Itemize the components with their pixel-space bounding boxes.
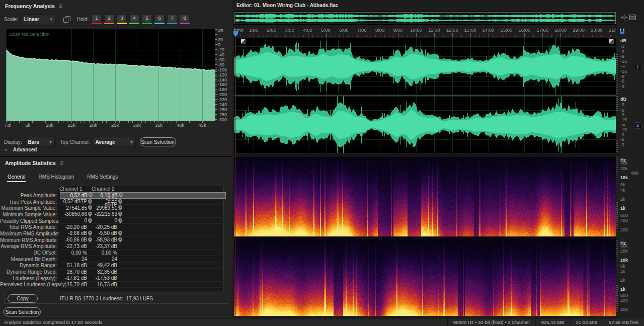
tab-rms-histogram[interactable]: RMS Histogram	[38, 173, 75, 182]
ruler-time-label: 1:00	[246, 27, 262, 33]
tab-general[interactable]: General	[7, 173, 26, 182]
copy-button[interactable]: Copy	[8, 294, 38, 303]
scan-selection-button[interactable]: Scan Selection	[140, 137, 176, 146]
advanced-toggle[interactable]: › Advanced	[5, 146, 37, 152]
hold-button-number: 1	[92, 14, 102, 22]
pin-spacer	[117, 250, 123, 256]
stats-row[interactable]: Possibly Clipped Samples:00	[0, 218, 229, 224]
selection-grip-icon[interactable]	[609, 39, 614, 44]
stat-value-ch2: -16,73 dB	[93, 282, 117, 287]
snap-magnet-icon[interactable]	[619, 28, 625, 36]
status-bar: Analyze Statistics completed in 17,90 se…	[0, 318, 644, 326]
spectrogram-canvas-ch1[interactable]	[234, 157, 616, 236]
marker-pin-icon[interactable]	[117, 230, 123, 236]
stats-row[interactable]: Maximum Sample Value:27541,8529989,51	[0, 205, 229, 211]
db-tick-label: -3	[620, 85, 624, 89]
marker-pin-icon[interactable]	[87, 199, 93, 205]
zoom-target-icon[interactable]	[621, 14, 627, 22]
hold-button-3[interactable]: 3	[117, 14, 127, 24]
stats-tabs: GeneralRMS HistogramRMS Settings	[7, 173, 130, 182]
hold-button-5[interactable]: 5	[142, 14, 152, 24]
ruler-major-tick	[507, 33, 507, 37]
selection-grip-icon[interactable]	[241, 39, 246, 44]
stats-row[interactable]: Minimum Sample Value:-30850,66-32215,63	[0, 211, 229, 218]
stat-value-ch2: 24	[93, 256, 117, 262]
pin-spacer	[87, 282, 93, 288]
sample-info: 96000 Hz • 32-bit (float) • 2 Channel	[447, 318, 535, 326]
stat-label: Dynamic Range Used:	[0, 269, 60, 275]
stats-row[interactable]: DC Offset:0,00 %0,00 %	[0, 250, 229, 256]
timeline-ruler[interactable]: hms 1:002:003:004:005:006:007:008:009:00…	[232, 26, 644, 38]
marker-pin-icon[interactable]	[87, 205, 93, 211]
stats-row[interactable]: Loudness (Legacy):-17,81 dB-17,53 dB	[0, 275, 229, 282]
stats-row[interactable]: True Peak Amplitude:-0,52 dBTP-0,15 dBTP	[0, 199, 229, 205]
waveform-canvas-ch1[interactable]	[234, 38, 616, 95]
scale-rail: dB-3-6-9-15-∞-15-9-6-3dB-3-6-9-15-∞-15-9…	[616, 26, 644, 318]
spectrogram-canvas-ch2[interactable]	[234, 240, 616, 316]
spectrum-canvas[interactable]	[6, 29, 215, 121]
marker-pin-icon[interactable]	[117, 237, 123, 243]
hold-button-1[interactable]: 1	[92, 14, 102, 24]
ruler-major-tick	[434, 33, 435, 37]
stats-row[interactable]: Dynamic Range:51,18 dB49,42 dB	[0, 263, 229, 269]
stats-row[interactable]: Dynamic Range Used:28,70 dB32,35 dB	[0, 269, 229, 275]
zoom-navigator[interactable]	[234, 12, 616, 24]
waveform-display[interactable]	[234, 38, 616, 153]
panel-menu-icon[interactable]: ≡	[313, 2, 316, 7]
frequency-x-tick-label: 30k	[130, 122, 144, 128]
panel-menu-icon[interactable]: ≡	[60, 160, 63, 166]
waveform-spectrogram-divider[interactable]	[234, 153, 616, 157]
stat-label: Maximum RMS Amplitude:	[0, 231, 60, 236]
marker-pin-icon[interactable]	[87, 218, 93, 224]
hold-button-6[interactable]: 6	[154, 14, 165, 24]
stats-row[interactable]: Perceived Loudness (Legacy):-15,70 dB-16…	[0, 282, 229, 288]
view-options-icon[interactable]	[629, 14, 636, 22]
marker-pin-icon[interactable]	[117, 211, 123, 217]
stats-row[interactable]: Minimum RMS Amplitude:-60,86 dB-58,93 dB	[0, 237, 229, 243]
stats-row[interactable]: Total RMS Amplitude:-20,20 dB-20,25 dB	[0, 224, 229, 230]
marker-pin-icon[interactable]	[118, 193, 124, 198]
hold-button-8[interactable]: 8	[180, 14, 190, 24]
navigator-waveform-canvas[interactable]	[235, 14, 615, 23]
ruler-time-label: 11:00	[426, 27, 442, 33]
hold-button-4[interactable]: 4	[129, 14, 139, 24]
chevron-down-icon: ▾	[50, 140, 52, 144]
db-tick-label: -6	[620, 137, 624, 142]
stat-label: Dynamic Range:	[0, 263, 60, 268]
stat-value-ch1: -0,52 dBTP	[60, 199, 87, 204]
spectrogram-display[interactable]	[234, 157, 616, 316]
tab-rms-settings[interactable]: RMS Settings	[87, 173, 118, 182]
stat-values: -22,73 dB-23,37 dB	[60, 243, 226, 250]
stats-row[interactable]: Maximum RMS Amplitude:-9,68 dB-9,50 dB	[0, 230, 229, 237]
marker-pin-icon[interactable]	[117, 218, 123, 224]
splitter-grip[interactable]	[631, 172, 638, 175]
playhead-line	[235, 38, 235, 316]
marker-pin-icon[interactable]	[87, 237, 93, 243]
hold-button-2[interactable]: 2	[104, 14, 114, 24]
hz-tick-label: 4k	[620, 188, 625, 193]
top-channel-select[interactable]: Average ▾	[93, 137, 136, 147]
frequency-graph[interactable]: Scanned Selection	[6, 29, 215, 121]
hold-button-7[interactable]: 7	[167, 14, 177, 24]
hz-tick-label: 600	[620, 293, 628, 298]
marker-pin-icon[interactable]	[87, 211, 93, 217]
copy-graph-icon[interactable]	[63, 16, 70, 23]
channel-badge-1[interactable]: 1	[634, 64, 641, 70]
marker-pin-icon[interactable]	[117, 199, 123, 205]
marker-pin-icon[interactable]	[87, 230, 93, 236]
hold-color-bar	[117, 23, 127, 24]
scan-selection-button[interactable]: Scan Selection	[4, 307, 41, 316]
stats-row[interactable]: Measured Bit Depth:2424	[0, 256, 229, 263]
frequency-y-tick-label: -280	[218, 112, 227, 117]
panel-menu-icon[interactable]: ≡	[59, 4, 62, 9]
channel-badge-2[interactable]: 2	[634, 122, 641, 129]
stats-row[interactable]: Average RMS Amplitude:-22,73 dB-23,37 dB	[0, 243, 229, 250]
stat-values: -15,70 dB-16,73 dB	[60, 282, 226, 288]
stat-label: Perceived Loudness (Legacy):	[0, 282, 60, 287]
waveform-canvas-ch2[interactable]	[234, 96, 616, 153]
scale-select[interactable]: Linear ▾	[21, 14, 55, 24]
marker-pin-icon[interactable]	[117, 205, 123, 211]
scale-value: Linear	[24, 17, 39, 22]
display-select[interactable]: Bars ▾	[25, 137, 55, 147]
stat-value-ch2: -17,53 dB	[93, 275, 117, 281]
